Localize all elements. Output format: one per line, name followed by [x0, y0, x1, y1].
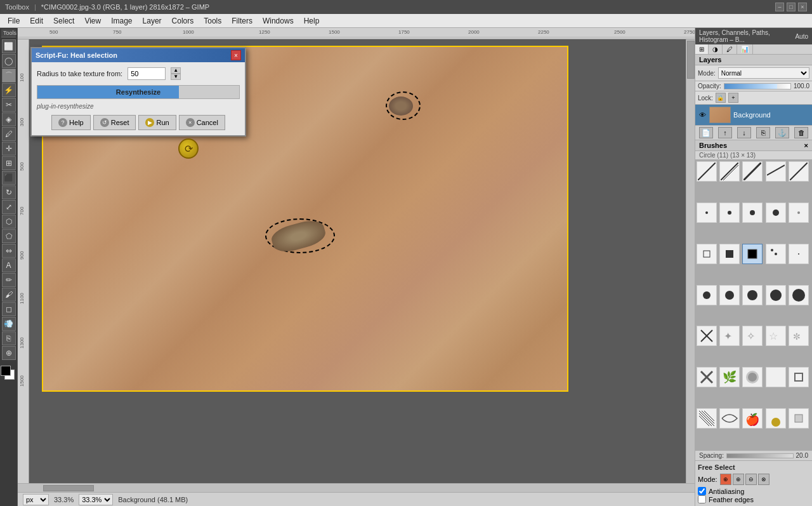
- brush-cell-selected[interactable]: [742, 244, 763, 264]
- menu-windows[interactable]: Windows: [258, 14, 299, 27]
- delete-layer-btn[interactable]: 🗑: [794, 127, 808, 138]
- raise-layer-btn[interactable]: ↑: [718, 127, 732, 138]
- spacing-slider[interactable]: [726, 453, 794, 458]
- brush-cell[interactable]: ✼: [789, 326, 809, 346]
- menu-image[interactable]: Image: [106, 14, 137, 27]
- brush-cell[interactable]: [719, 285, 740, 305]
- brush-cell[interactable]: [742, 367, 763, 387]
- tool-rotate[interactable]: ↻: [2, 185, 16, 199]
- tool-scissors[interactable]: ✂: [2, 98, 16, 112]
- tool-free-select[interactable]: ⌒: [2, 69, 16, 83]
- brush-cell[interactable]: ✦: [719, 326, 740, 346]
- opacity-slider[interactable]: [724, 83, 791, 90]
- brush-cell[interactable]: [766, 161, 786, 182]
- brush-cell[interactable]: [742, 161, 763, 182]
- cancel-button[interactable]: × Cancel: [179, 115, 225, 130]
- brush-cell[interactable]: [789, 203, 809, 223]
- new-layer-btn[interactable]: 📄: [699, 127, 713, 138]
- lock-position-btn[interactable]: +: [728, 93, 738, 103]
- antialiasing-checkbox[interactable]: [698, 487, 706, 495]
- tool-fg-select[interactable]: ◈: [2, 112, 16, 126]
- menu-colors[interactable]: Colors: [167, 14, 199, 27]
- brush-cell[interactable]: 🌿: [719, 367, 740, 387]
- menu-filters[interactable]: Filters: [226, 14, 258, 27]
- menu-help[interactable]: Help: [299, 14, 325, 27]
- brush-cell[interactable]: [697, 326, 717, 346]
- script-fu-dialog[interactable]: Script-Fu: Heal selection × Radius to ta…: [30, 47, 246, 136]
- brush-cell[interactable]: [742, 203, 763, 223]
- brushes-close-icon[interactable]: ×: [804, 142, 808, 149]
- lock-pixel-btn[interactable]: 🔒: [716, 93, 726, 103]
- mode-replace[interactable]: ⊕: [720, 474, 731, 485]
- maximize-btn[interactable]: □: [787, 3, 796, 11]
- mode-intersect[interactable]: ⊗: [758, 474, 769, 485]
- tool-paths[interactable]: 🖊: [2, 127, 16, 141]
- brush-cell[interactable]: ✧: [742, 326, 763, 346]
- tool-fuzzy[interactable]: ⚡: [2, 83, 16, 97]
- tool-shear[interactable]: ⬡: [2, 215, 16, 229]
- layer-item-background[interactable]: 👁 Background: [695, 105, 812, 126]
- tab-layers-icon[interactable]: ⊞: [695, 44, 709, 54]
- tool-crop[interactable]: ⬛: [2, 171, 16, 185]
- brush-cell[interactable]: [697, 285, 717, 305]
- brush-cell[interactable]: 🍎: [742, 408, 763, 429]
- horizontal-scrollbar[interactable]: [18, 483, 695, 492]
- unit-select[interactable]: px % mm: [23, 494, 49, 505]
- tool-move[interactable]: ✛: [2, 142, 16, 156]
- brush-cell[interactable]: [789, 161, 809, 182]
- vertical-scrollbar[interactable]: [686, 39, 695, 483]
- tool-paintbrush[interactable]: 🖌: [2, 288, 16, 302]
- brush-cell[interactable]: [789, 408, 809, 429]
- tool-ellipse[interactable]: ◯: [2, 54, 16, 68]
- brush-cell[interactable]: [697, 367, 717, 387]
- menu-layer[interactable]: Layer: [138, 14, 167, 27]
- menu-view[interactable]: View: [79, 14, 106, 27]
- brush-cell[interactable]: ☆: [766, 326, 786, 346]
- duplicate-layer-btn[interactable]: ⎘: [756, 127, 770, 138]
- brush-cell[interactable]: [719, 408, 740, 429]
- brush-cell[interactable]: [697, 161, 717, 182]
- anchor-layer-btn[interactable]: ⚓: [775, 127, 789, 138]
- tool-scale[interactable]: ⤢: [2, 200, 16, 214]
- brush-cell[interactable]: [766, 244, 786, 264]
- tool-pencil[interactable]: ✏: [2, 273, 16, 287]
- tool-align[interactable]: ⊞: [2, 156, 16, 170]
- menu-select[interactable]: Select: [48, 14, 79, 27]
- radius-spinner[interactable]: ▲ ▼: [171, 67, 181, 80]
- tool-heal[interactable]: ⊕: [2, 346, 16, 360]
- tool-clone[interactable]: ⎘: [2, 331, 16, 345]
- brush-cell[interactable]: [766, 285, 786, 305]
- help-button[interactable]: ? Help: [51, 115, 91, 130]
- tab-histogram-icon[interactable]: 📊: [737, 44, 753, 54]
- brush-cell[interactable]: [719, 244, 740, 264]
- menu-edit[interactable]: Edit: [25, 14, 48, 27]
- foreground-color-swatch[interactable]: [1, 366, 11, 376]
- reset-button[interactable]: ↺ Reset: [93, 115, 136, 130]
- tab-channels-icon[interactable]: ◑: [709, 44, 723, 54]
- brush-cell[interactable]: [789, 367, 809, 387]
- menu-tools[interactable]: Tools: [199, 14, 226, 27]
- tab-paths-icon[interactable]: 🖊: [723, 44, 737, 54]
- layer-visibility-toggle[interactable]: 👁: [698, 110, 707, 119]
- brush-cell[interactable]: [697, 203, 717, 223]
- brush-cell[interactable]: [766, 408, 786, 429]
- tool-text[interactable]: A: [2, 258, 16, 272]
- brush-cell[interactable]: [766, 367, 786, 387]
- brush-cell[interactable]: [719, 203, 740, 223]
- color-swatches[interactable]: [1, 366, 17, 382]
- brush-cell[interactable]: [766, 203, 786, 223]
- close-btn[interactable]: ×: [798, 3, 807, 11]
- feather-checkbox[interactable]: [698, 495, 706, 503]
- tool-perspective[interactable]: ⬠: [2, 229, 16, 243]
- brush-cell[interactable]: [789, 244, 809, 264]
- mode-add[interactable]: ⊕: [733, 474, 744, 485]
- lower-layer-btn[interactable]: ↓: [737, 127, 751, 138]
- minimize-btn[interactable]: –: [775, 3, 784, 11]
- tool-rectangle[interactable]: ⬜: [2, 39, 16, 53]
- run-button[interactable]: ▶ Run: [138, 115, 176, 130]
- dialog-close-button[interactable]: ×: [231, 50, 241, 60]
- brush-cell[interactable]: [697, 244, 717, 264]
- radius-input[interactable]: [128, 67, 166, 80]
- brush-cell[interactable]: [789, 285, 809, 305]
- menu-file[interactable]: File: [3, 14, 25, 27]
